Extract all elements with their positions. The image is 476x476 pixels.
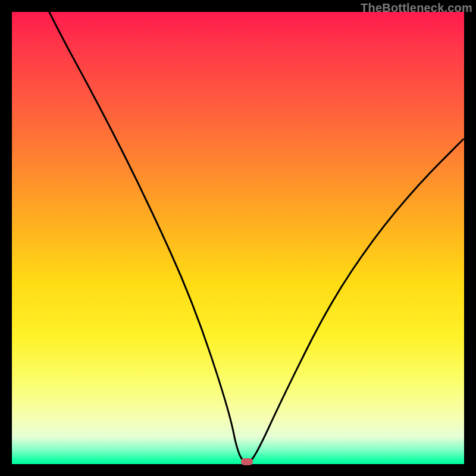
bottleneck-curve	[12, 12, 464, 464]
chart-frame: TheBottleneck.com	[0, 0, 476, 476]
watermark-text: TheBottleneck.com	[361, 1, 472, 15]
curve-path	[12, 12, 464, 462]
min-marker	[241, 458, 253, 465]
